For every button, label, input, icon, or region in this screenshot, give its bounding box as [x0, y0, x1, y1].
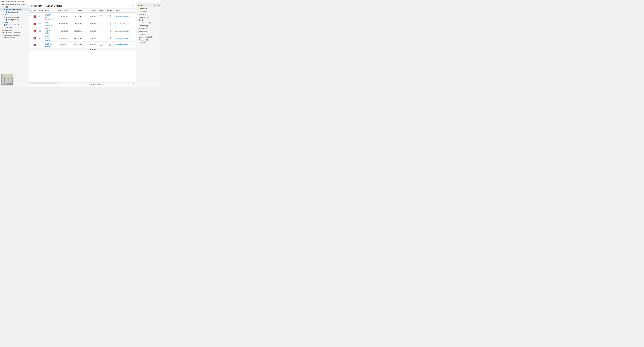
sidebar-item-taxes-patronales-2022[interactable]: 👤 Taxes patronales [0, 18, 28, 21]
calc-key-5[interactable]: 5 [4, 79, 7, 81]
impot-link[interactable]: Impôt fédéral sur le revenu [45, 42, 52, 47]
prev-year1-button[interactable]: ◀ [87, 84, 88, 86]
back-circle-button[interactable]: ↩ [133, 83, 135, 86]
ligne-link[interactable]: 30 [39, 30, 41, 32]
sidebar-item-year-2022[interactable]: 📁 2022 [0, 13, 28, 16]
calc-key-dot[interactable]: . [4, 83, 7, 84]
compte-link[interactable]: Compte fiscal familial [115, 16, 129, 17]
calc-key-4[interactable]: 4 [2, 79, 4, 81]
sidebar-item-taxes-patronales-2023[interactable]: 👤 Taxes patronales [0, 11, 28, 13]
row-actions[interactable]: ··· [29, 12, 33, 21]
soumis-checkbox[interactable] [100, 37, 102, 39]
sidebar-item-year-2021[interactable]: 📁 2021 [0, 21, 28, 23]
calc-key-add[interactable]: + [10, 83, 12, 84]
filter-button[interactable]: ▼ [102, 84, 103, 86]
right-panel-item-credit[interactable]: ● Crédit [136, 18, 161, 21]
calculator-widget[interactable]: 11 7 8 9 ÷ 4 5 6 × 1 2 3 − 0 . = [2, 74, 13, 85]
accepte-checkbox[interactable] [108, 43, 110, 45]
doc-icon[interactable]: W [34, 30, 36, 32]
calc-key-0[interactable]: 0 [2, 83, 4, 84]
doc-icon[interactable]: W [34, 37, 36, 39]
right-panel-item-flux-caisse[interactable]: ● Flux de caisse [136, 16, 161, 18]
row-doc[interactable]: W [33, 42, 38, 48]
row-doc[interactable]: W [33, 27, 38, 35]
ligne-link[interactable]: 20 [39, 23, 41, 25]
right-panel-item-resume[interactable]: ● Résumé [G] [136, 30, 161, 33]
back-button[interactable]: ↩ [132, 4, 134, 8]
compte-link[interactable]: Compte fiscal familial [115, 23, 129, 25]
right-panel-item-declaration[interactable]: ● Déclaration [136, 7, 161, 10]
doc-icon[interactable]: W [34, 15, 36, 18]
right-panel-item-comptes[interactable]: ● Comptes [G] [136, 33, 161, 36]
calc-key-3[interactable]: 3 [7, 81, 10, 83]
accepte-checkbox[interactable] [108, 37, 110, 39]
right-panel-item-soumission[interactable]: ● Soumission [136, 27, 161, 30]
right-panel-item-adresses[interactable]: ● Adresses [G] [136, 38, 161, 41]
sidebar-item-archive[interactable]: 🗄 Afficher l'archive [0, 36, 28, 39]
row-menu-dots[interactable]: ··· [30, 23, 32, 25]
font-size-control[interactable]: Aa aa [156, 4, 160, 6]
calc-key-6[interactable]: 6 [7, 79, 10, 81]
calc-key-mul[interactable]: × [10, 79, 12, 81]
pin-icon[interactable]: 📌 [154, 4, 155, 6]
sidebar-item-analyses[interactable]: 📊 Analyses et graphiques [0, 34, 28, 36]
ligne-link[interactable]: 50 [39, 44, 41, 45]
sidebar-item-impots-famille-2022[interactable]: 👤 Impôts sur la famille [0, 16, 28, 18]
copy-icon[interactable]: ⧉ [30, 9, 31, 11]
right-panel-item-liste-controle[interactable]: ● Liste de contrôle [G] [136, 36, 161, 38]
doc-icon[interactable]: W [34, 23, 36, 25]
impot-link[interactable]: Impôt cantonal sur le revenu [45, 28, 50, 34]
soumis-checkbox[interactable] [100, 30, 102, 32]
sidebar-item-rapportage[interactable]: 📋 Rapportage [0, 26, 28, 29]
maximize-button[interactable]: □ [155, 0, 157, 2]
soumis-checkbox[interactable] [100, 23, 102, 25]
sidebar-item-export-data-documents[interactable]: 📤 Export data & documents [0, 31, 28, 34]
compte-link[interactable]: Compte fiscal familial [115, 37, 129, 39]
row-actions[interactable]: ··· [29, 35, 33, 42]
close-button[interactable]: ✕ [158, 0, 160, 2]
right-panel-item-impot-anticipe[interactable]: ● Impôt anticipé [G] [136, 21, 161, 24]
calc-key-7[interactable]: 7 [2, 77, 4, 79]
ligne-link[interactable]: 40 [39, 37, 41, 39]
row-actions[interactable]: ··· [29, 42, 33, 48]
right-panel-item-bloc-notes[interactable]: ● Bloc-notes [136, 41, 161, 44]
right-panel-item-documents[interactable]: ● Documents [136, 10, 161, 13]
row-doc[interactable]: W [33, 35, 38, 42]
row-doc[interactable]: W [33, 21, 38, 27]
sidebar-item-export-data[interactable]: 📤 Export data [0, 29, 28, 31]
calc-key-1[interactable]: 1 [2, 81, 4, 83]
row-actions[interactable]: ··· [29, 21, 33, 27]
row-menu-dots[interactable]: ··· [30, 30, 32, 32]
calc-key-8[interactable]: 8 [4, 77, 7, 79]
compte-link[interactable]: Compte fiscal familial [115, 30, 129, 32]
right-panel-item-paiements[interactable]: ● Paiements [136, 13, 161, 16]
calc-key-div[interactable]: ÷ [10, 77, 12, 79]
soumis-checkbox[interactable] [100, 43, 102, 45]
doc-icon[interactable]: W [34, 43, 36, 46]
sidebar-item-impots-famille-2023[interactable]: 👤 Impôts sur la famille [0, 8, 28, 11]
compte-link[interactable]: Compte fiscal familial [115, 44, 129, 45]
row-doc[interactable]: W [33, 12, 38, 21]
calc-key-eq[interactable]: = [7, 83, 10, 84]
right-panel-item-deductibles[interactable]: ● Deductibles [G] [136, 24, 161, 27]
impot-link[interactable]: Impôt foncier cantonal [45, 36, 50, 41]
soumis-checkbox[interactable] [100, 15, 102, 17]
sidebar-item-add-declaration[interactable]: ➕ Ajout d'une déclaration d'impôts [0, 3, 28, 6]
row-menu-dots[interactable]: ··· [30, 16, 32, 17]
row-actions[interactable]: ··· [29, 27, 33, 35]
sidebar-item-impots-famille-2021[interactable]: 👤 Impôts sur la famille [0, 23, 28, 26]
calc-key-9[interactable]: 9 [7, 77, 10, 79]
sidebar-item-year-2023[interactable]: 📁 2023 [0, 6, 28, 8]
calc-key-2[interactable]: 2 [4, 81, 7, 83]
search-input[interactable] [30, 83, 57, 86]
accepte-checkbox[interactable] [108, 23, 110, 25]
ligne-link[interactable]: 10 [39, 16, 41, 17]
row-menu-dots[interactable]: ··· [30, 37, 32, 39]
impot-link[interactable]: Impôt foncier communal [45, 21, 52, 26]
accepte-checkbox[interactable] [108, 15, 110, 17]
next-year1-button[interactable]: ▶ [93, 84, 94, 86]
impot-link[interactable]: Impôt sur le revenu des collectivités [45, 13, 52, 20]
row-menu-dots[interactable]: ··· [30, 44, 32, 46]
minimize-button[interactable]: ─ [153, 0, 155, 2]
accepte-checkbox[interactable] [108, 30, 110, 32]
